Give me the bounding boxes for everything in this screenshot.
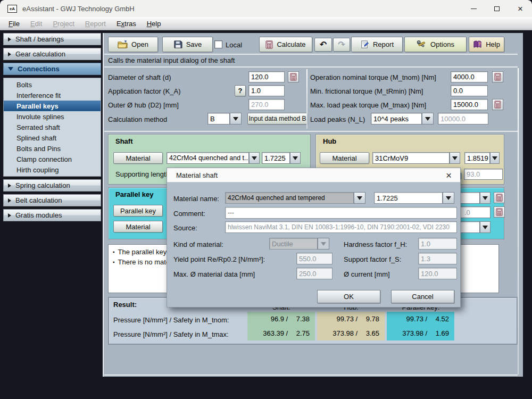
shaft-material-number-combo[interactable]: 1.7225 xyxy=(262,152,290,164)
sidebar-item-gear-calculation[interactable]: Gear calculation xyxy=(3,48,101,60)
sidebar-item-parallel-keys[interactable]: Parallel keys xyxy=(4,101,101,111)
load-peaks-combo-arrow[interactable] xyxy=(422,113,434,124)
shaft-material-combo[interactable]: 42CrMo4 quenched and t... xyxy=(167,152,249,164)
parallel-key-norm-combo-arrow[interactable] xyxy=(480,192,491,204)
menu-project: Project xyxy=(47,18,79,29)
status-text: Calls the material input dialog of the s… xyxy=(108,56,235,64)
hub-material-number-combo[interactable]: 1.8519 xyxy=(464,152,490,164)
sidebar-item-bolts[interactable]: Bolts xyxy=(4,79,101,90)
save-floppy-icon xyxy=(173,40,182,49)
shaft-section-title: Shaft xyxy=(115,137,133,145)
open-button[interactable]: Open xyxy=(108,37,158,52)
diameter-label: Diameter of shaft (d) xyxy=(108,73,171,81)
load-peaks-count-field: 10000.0 xyxy=(438,113,488,124)
nominal-torque-field[interactable]: 4000.0 xyxy=(451,71,488,82)
save-button[interactable]: Save xyxy=(162,37,213,52)
peak-torque-field[interactable]: 15000.0 xyxy=(451,99,488,110)
sidebar-item-involute-splines[interactable]: Involute splines xyxy=(4,111,101,122)
load-peaks-combo[interactable]: 10^4 peaks xyxy=(371,113,422,124)
undo-button[interactable]: ↶ xyxy=(314,38,332,52)
dialog-material-number-combo[interactable]: 1.7225 xyxy=(374,192,443,204)
sidebar-item-interference-fit[interactable]: Interference fit xyxy=(4,90,101,101)
menu-file[interactable]: File xyxy=(3,18,25,29)
dialog-yield-field: 550.0 xyxy=(296,253,332,264)
result-cell-hub: 99.73 /9.78 373.98 /3.65 xyxy=(317,312,385,340)
sidebar-item-spring-calculation[interactable]: Spring calculation xyxy=(3,179,101,192)
application-factor-help-button[interactable]: ? xyxy=(235,85,246,96)
shaft-material-number-arrow[interactable] xyxy=(290,152,301,164)
calc-method-combo[interactable]: B xyxy=(207,113,230,124)
hub-material-combo-arrow[interactable] xyxy=(450,152,460,164)
chevron-right-icon xyxy=(8,198,11,203)
frictional-torque-field[interactable]: 0.0 xyxy=(451,85,488,96)
input-data-method-b-button[interactable]: Input data method B xyxy=(247,113,307,124)
options-button[interactable]: Options xyxy=(404,37,467,52)
sidebar-item-gratis-modules[interactable]: Gratis modules xyxy=(3,209,101,221)
options-tools-icon xyxy=(417,40,427,49)
minimize-button[interactable] xyxy=(462,0,485,17)
divider xyxy=(104,131,518,132)
result-row-label-tmax: Pressure [N/mm²] / Safety in M_tmax: xyxy=(113,330,229,338)
peak-torque-calc-button[interactable] xyxy=(492,99,503,110)
close-button[interactable]: × xyxy=(509,0,532,17)
menu-extras[interactable]: Extras xyxy=(111,18,142,29)
sidebar-item-shaft-bearings[interactable]: Shaft / bearings xyxy=(3,33,101,45)
dialog-material-name-combo[interactable]: 42CrMo4 quenched and tempered xyxy=(225,192,354,204)
result-row-label-tnom: Pressure [N/mm²] / Safety in M_tnom: xyxy=(113,316,229,324)
maximize-button[interactable] xyxy=(485,0,509,17)
application-factor-field[interactable]: 1.0 xyxy=(248,85,285,96)
comment-label: Comment: xyxy=(173,210,205,218)
source-label: Source: xyxy=(173,224,197,232)
dialog-source-field: hlwissen NaviMat 3.1, DIN EN 10083-1:199… xyxy=(225,221,457,233)
menu-edit: Edit xyxy=(25,18,47,29)
cancel-button[interactable]: Cancel xyxy=(391,290,454,303)
report-button[interactable]: Report xyxy=(351,37,403,52)
shaft-material-combo-arrow[interactable] xyxy=(249,152,260,164)
dialog-kind-combo-arrow xyxy=(318,238,329,250)
diameter-field[interactable]: 120.0 xyxy=(248,71,285,82)
sidebar-item-bolts-and-pins[interactable]: Bolts and Pins xyxy=(4,143,101,154)
parallel-key-calc-button-1[interactable] xyxy=(494,192,505,203)
chevron-down-icon xyxy=(446,196,451,200)
help-button[interactable]: ? Help xyxy=(469,37,504,52)
hub-material-combo[interactable]: 31CrMoV9 xyxy=(372,152,450,164)
diameter-calc-button[interactable] xyxy=(288,71,299,82)
help-book-icon: ? xyxy=(473,40,482,49)
dialog-title-bar[interactable]: Material shaft × xyxy=(167,168,460,182)
nominal-torque-calc-button[interactable] xyxy=(492,71,503,82)
hub-material-number-arrow[interactable] xyxy=(490,152,500,164)
dialog-comment-field[interactable]: --- xyxy=(225,207,457,219)
parallel-key-button[interactable]: Parallel key xyxy=(113,205,163,217)
sidebar-item-splined-shaft[interactable]: Splined shaft xyxy=(4,132,101,143)
shaft-material-button[interactable]: Material xyxy=(113,152,163,164)
window-title: eAssistant - GWJ Technology GmbH xyxy=(22,5,135,13)
dialog-material-name-arrow[interactable] xyxy=(354,192,365,204)
sidebar-item-serrated-shaft[interactable]: Serrated shaft xyxy=(4,122,101,132)
parallel-key-material-button[interactable]: Material xyxy=(113,221,163,232)
ok-button[interactable]: OK xyxy=(317,290,380,303)
dialog-close-button[interactable]: × xyxy=(443,170,455,180)
parallel-key-size-combo-arrow[interactable] xyxy=(480,221,491,233)
sidebar-item-clamp-connection[interactable]: Clamp connection xyxy=(4,154,101,164)
outer-hub-label: Outer Ø hub (D2) [mm] xyxy=(108,101,179,109)
sidebar-item-hirth-coupling[interactable]: Hirth coupling xyxy=(4,164,101,175)
local-checkbox[interactable] xyxy=(214,40,222,48)
minimize-icon xyxy=(471,9,477,9)
calc-method-combo-arrow[interactable] xyxy=(230,113,242,124)
sidebar-item-connections[interactable]: Connections xyxy=(3,63,101,75)
calculate-button[interactable]: Calculate xyxy=(259,37,312,52)
title-bar[interactable]: eA eAssistant - GWJ Technology GmbH × xyxy=(0,0,532,17)
menu-bar: File Edit Project Report Extras Help xyxy=(0,17,532,30)
hub-material-button[interactable]: Material xyxy=(320,152,369,164)
chevron-down-icon xyxy=(483,196,488,200)
parallel-key-calc-button-2[interactable] xyxy=(494,206,505,218)
max-diameter-label: Max. Ø material data [mm] xyxy=(173,270,255,278)
menu-help[interactable]: Help xyxy=(142,18,167,29)
dialog-material-number-arrow[interactable] xyxy=(443,192,454,204)
current-diameter-label: Ø current [mm] xyxy=(344,270,390,278)
dialog-title: Material shaft xyxy=(176,171,218,179)
panel-divider xyxy=(518,68,519,375)
sidebar-item-belt-calculation[interactable]: Belt calculation xyxy=(3,194,101,206)
close-icon: × xyxy=(518,4,523,13)
result-cell-parallel-key: 99.73 /4.52 373.98 /1.69 xyxy=(387,312,454,340)
